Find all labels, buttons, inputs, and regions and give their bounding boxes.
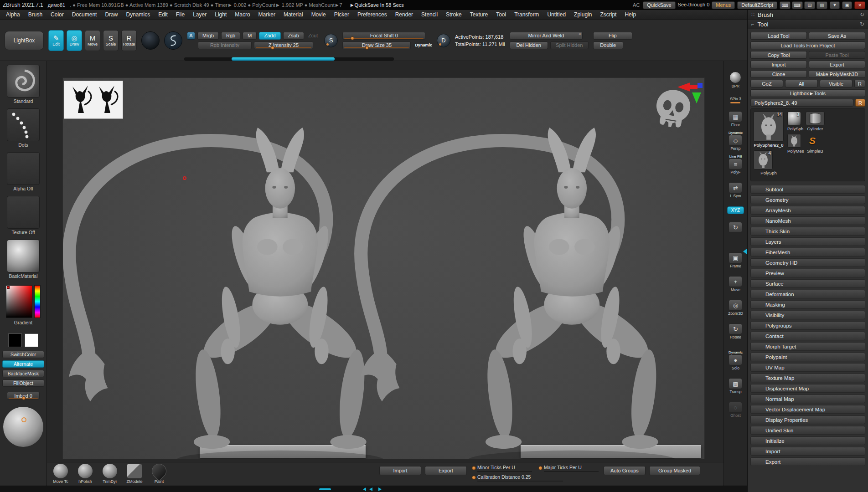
current-stroke-thumbnail[interactable] — [7, 108, 40, 141]
current-material-thumbnail[interactable] — [7, 240, 40, 272]
tool-section-header[interactable]: NanoMesh — [750, 216, 865, 225]
menu-item[interactable]: Texture — [466, 10, 492, 20]
dynamic-subdiv-toggle[interactable]: D — [437, 34, 450, 47]
tool-section-header[interactable]: Visibility — [750, 311, 865, 319]
zsub-button[interactable]: Zsub — [283, 32, 304, 40]
quick-brush-button[interactable]: TrimDyr — [100, 464, 120, 484]
menu-item[interactable]: Marker — [254, 10, 279, 20]
lightbox-button[interactable]: LightBox — [5, 31, 44, 50]
current-tool-r-button[interactable]: R — [855, 99, 865, 107]
palette-cycle-icon[interactable]: ↻ — [860, 11, 864, 18]
menu-item[interactable]: Stroke — [442, 10, 466, 20]
secondary-color-swatch[interactable] — [25, 333, 38, 347]
fill-object-button[interactable]: FillObject — [2, 379, 44, 387]
right-shelf-button[interactable]: Dynamic ◇ Persp — [728, 131, 743, 151]
menu-item[interactable]: Macro — [231, 10, 254, 20]
tool-thumbnail-head[interactable] — [787, 134, 801, 148]
tool-thumbnail-sphere[interactable]: 3 — [787, 112, 801, 125]
tool-section-header[interactable]: Texture Map — [750, 374, 865, 382]
double-button[interactable]: Double — [593, 41, 623, 49]
tool-section-header[interactable]: Display Properties — [750, 415, 865, 424]
right-shelf-button[interactable]: ▣ Frame — [728, 248, 742, 268]
menu-item[interactable]: Alpha — [2, 10, 24, 20]
menu-item[interactable]: Draw — [101, 10, 122, 20]
right-shelf-button[interactable]: ⇄ L.Sym — [728, 178, 742, 198]
ui-toggle-icon[interactable]: ▤ — [804, 1, 815, 9]
tool-section-header[interactable]: Displacement Map — [750, 384, 865, 393]
current-tool-name[interactable]: PolySphere2_8. 49 — [750, 99, 853, 107]
menu-item[interactable]: Render — [391, 10, 417, 20]
clone-button[interactable]: Clone — [750, 70, 807, 78]
tool-section-header[interactable]: Thick Skin — [750, 227, 865, 236]
tool-thumbnail-cylinder[interactable] — [806, 112, 825, 125]
draw-size-slider[interactable]: Draw Size 35 — [342, 41, 411, 49]
tool-section-header[interactable]: Import — [750, 447, 865, 456]
scroll-left-arrow[interactable] — [369, 487, 372, 491]
canvas-scrollbar[interactable] — [184, 57, 394, 61]
switch-color-button[interactable]: SwitchColor — [2, 351, 44, 358]
menu-item[interactable]: Help — [620, 10, 640, 20]
tool-section-header[interactable]: Geometry — [750, 195, 865, 204]
tool-section-header[interactable]: Export — [750, 457, 865, 466]
scroll-left-arrow[interactable] — [363, 487, 366, 491]
imbed-slider[interactable]: Imbed 0 — [7, 392, 40, 400]
menu-item[interactable]: Light — [211, 10, 231, 20]
transform-mode-button[interactable]: M Move — [85, 30, 100, 51]
alternate-button[interactable]: Alternate — [2, 360, 44, 368]
quick-brush-button[interactable]: Paint — [149, 464, 169, 484]
menu-item[interactable]: Brush — [24, 10, 46, 20]
tool-section-header[interactable]: ArrayMesh — [750, 206, 865, 215]
tool-section-header[interactable]: Geometry HD — [750, 258, 865, 267]
split-hidden-button[interactable]: Split Hidden — [550, 41, 589, 49]
make-polymesh3d-button[interactable]: Make PolyMesh3D — [809, 70, 865, 78]
color-picker[interactable] — [6, 285, 41, 318]
quick-brush-button[interactable]: Move Tc — [51, 464, 71, 484]
zcut-button[interactable]: Zcut — [306, 33, 320, 38]
right-shelf-button[interactable]: Line Fill ≡ PolyF — [728, 154, 742, 174]
orientation-gizmo[interactable] — [677, 80, 703, 105]
goz-all-button[interactable]: All — [785, 80, 818, 87]
quick-brush-button[interactable]: hPolish — [75, 464, 95, 484]
see-through-slider[interactable]: See-through 0 — [678, 2, 710, 8]
rgb-button[interactable]: Rgb — [221, 32, 240, 40]
menus-button[interactable]: Menus — [712, 1, 735, 9]
z-intensity-slider[interactable]: Z Intensity 25 — [254, 41, 313, 49]
right-shelf-button[interactable]: ◌ Ghost — [728, 398, 742, 418]
right-shelf-button[interactable]: ▩ Transp — [728, 374, 742, 394]
tool-section-header[interactable]: Polygroups — [750, 321, 865, 330]
auto-groups-button[interactable]: Auto Groups — [604, 466, 646, 475]
menu-item[interactable]: Zplugin — [570, 10, 596, 20]
right-shelf-button[interactable]: Dynamic ● Solo — [728, 350, 743, 370]
del-hidden-button[interactable]: Del Hidden — [510, 41, 548, 49]
transform-mode-button[interactable]: ✎ Edit — [48, 30, 64, 51]
tool-palette-header[interactable]: ⌐ Tool ↻ — [748, 20, 868, 29]
save-as-button[interactable]: Save As — [809, 32, 865, 40]
quicksave-button[interactable]: QuickSave — [643, 1, 675, 9]
menu-item[interactable]: Stencil — [417, 10, 442, 20]
m-button[interactable]: M — [243, 32, 257, 40]
menu-item[interactable]: Picker — [330, 10, 353, 20]
canvas[interactable] — [47, 61, 723, 462]
load-tool-button[interactable]: Load Tool — [750, 32, 807, 40]
brush-palette-header[interactable]: ∷ Brush ↻ — [748, 10, 868, 20]
menu-item[interactable]: Movie — [307, 10, 330, 20]
backface-mask-button[interactable]: BackfaceMask — [2, 370, 44, 377]
copy-tool-button[interactable]: Copy Tool — [750, 51, 807, 59]
palette-cycle-icon[interactable]: ↻ — [860, 21, 864, 27]
current-brush-preview[interactable] — [141, 31, 160, 50]
tool-section-header[interactable]: Vector Displacement Map — [750, 405, 865, 414]
current-stroke-preview[interactable] — [164, 31, 182, 50]
current-alpha-thumbnail[interactable] — [7, 152, 40, 185]
menu-item[interactable]: Dynamics — [122, 10, 154, 20]
sculptris-pro-toggle[interactable]: S — [324, 34, 338, 47]
alpha-badge[interactable]: A — [187, 32, 195, 40]
right-shelf-button[interactable]: ◎ Zoom3D — [728, 296, 743, 316]
tool-section-header[interactable]: UV Map — [750, 363, 865, 372]
menu-item[interactable]: Untitled — [543, 10, 570, 20]
focal-shift-slider[interactable]: Focal Shift 0 — [342, 32, 425, 40]
right-shelf-button[interactable]: SPix 3 — [730, 92, 741, 103]
right-shelf-button[interactable]: BPR — [729, 67, 741, 88]
tool-section-header[interactable]: Preview — [750, 269, 865, 277]
material-preview-sphere[interactable] — [3, 407, 43, 447]
major-ticks-slider[interactable]: Major Ticks Per U — [538, 464, 599, 472]
